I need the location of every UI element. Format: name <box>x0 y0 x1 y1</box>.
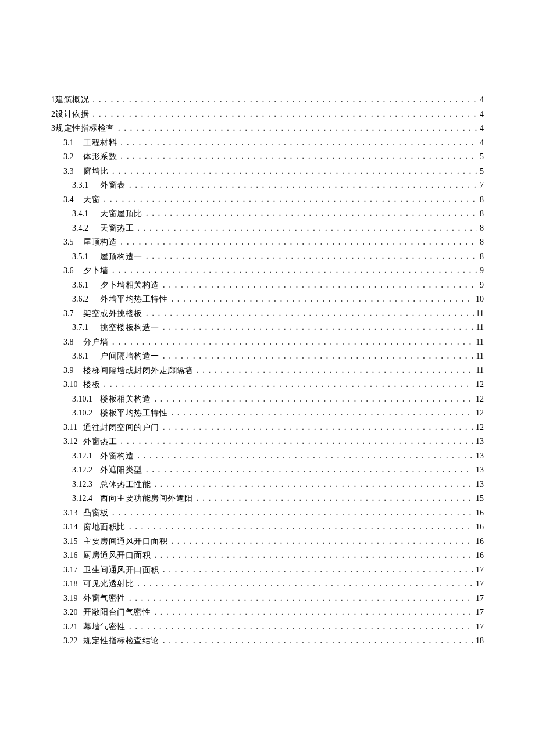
toc-page: 17 <box>476 580 484 588</box>
toc-number: 3.17 <box>63 566 83 574</box>
toc-page: 16 <box>476 551 484 560</box>
toc-title: 天窗 <box>83 196 100 204</box>
toc-leader-dots <box>162 281 478 289</box>
toc-entry[interactable]: 3.8.1户间隔墙构造一11 <box>51 352 484 367</box>
toc-number: 3.18 <box>63 580 83 588</box>
toc-entry[interactable]: 1 建筑概况4 <box>51 96 484 110</box>
toc-entry[interactable]: 3.11通往封闭空间的户门12 <box>51 424 484 438</box>
toc-number: 3.22 <box>63 637 83 645</box>
toc-entry[interactable]: 3.18可见光透射比17 <box>51 580 484 594</box>
toc-entry[interactable]: 3.14窗地面积比16 <box>51 523 484 538</box>
toc-entry[interactable]: 3.6夕卜墙9 <box>51 267 484 281</box>
toc-leader-dots <box>153 551 473 560</box>
toc-entry[interactable]: 3.12.1外窗构造13 <box>51 452 484 467</box>
toc-entry[interactable]: 3.3窗墙比5 <box>51 167 484 182</box>
toc-number: 3.12.3 <box>72 481 100 489</box>
toc-leader-dots <box>136 580 473 588</box>
toc-page: 11 <box>476 352 484 360</box>
toc-page: 12 <box>476 424 484 432</box>
toc-page: 16 <box>476 538 484 546</box>
toc-number: 3.4 <box>63 196 83 204</box>
toc-page: 8 <box>480 210 484 218</box>
toc-title: 外墙平均热工特性 <box>100 295 167 303</box>
toc-page: 12 <box>476 395 484 403</box>
toc-number: 3.10.2 <box>72 409 100 417</box>
toc-leader-dots <box>162 324 474 332</box>
toc-title: 外窗气密性 <box>83 594 126 603</box>
toc-entry[interactable]: 3.2体形系数5 <box>51 153 484 167</box>
toc-number: 3.2 <box>63 153 83 161</box>
toc-entry[interactable]: 3.16厨房通风开口面积16 <box>51 551 484 566</box>
toc-leader-dots <box>136 452 473 460</box>
toc-entry[interactable]: 3 规定性指标检查4 <box>51 124 484 139</box>
toc-title: 外窗表 <box>100 181 126 189</box>
toc-leader-dots <box>136 224 477 232</box>
toc-entry[interactable]: 3.17卫生间通风开口面积17 <box>51 566 484 581</box>
toc-entry[interactable]: 3.4天窗8 <box>51 196 484 210</box>
toc-page: 17 <box>476 594 484 603</box>
toc-entry[interactable]: 3.12外窗热工13 <box>51 438 484 452</box>
toc-entry[interactable]: 3.1工程材料4 <box>51 139 484 153</box>
toc-title: 楼梯间隔墙或封闭外走廊隔墙 <box>83 367 193 375</box>
toc-entry[interactable]: 3.15主要房间通风开口面积16 <box>51 538 484 552</box>
toc-number: 3.20 <box>63 608 83 617</box>
toc-entry[interactable]: 3.6.2外墙平均热工特性10 <box>51 295 484 310</box>
toc-entry[interactable]: 3.12.2外遮阳类型13 <box>51 466 484 481</box>
toc-title: 楼板相关构造 <box>100 395 151 403</box>
toc-entry[interactable]: 3.12.4西向主要功能房间外遮阳15 <box>51 495 484 509</box>
toc-entry[interactable]: 3.5.1屋顶构造一8 <box>51 253 484 267</box>
toc-title: 外窗构造 <box>100 452 134 460</box>
toc-leader-dots <box>145 466 474 474</box>
toc-entry[interactable]: 3.4.1天窗屋顶比8 <box>51 210 484 224</box>
toc-page: 17 <box>476 608 484 617</box>
toc-entry[interactable]: 3.13凸窗板16 <box>51 509 484 524</box>
toc-page: 17 <box>476 566 484 574</box>
toc-title: 体形系数 <box>83 153 117 161</box>
toc-entry[interactable]: 3.4.2天窗热工8 <box>51 224 484 239</box>
toc-page: 11 <box>476 324 484 332</box>
toc-entry[interactable]: 3.5屋顶构造8 <box>51 238 484 253</box>
toc-number: 3.4.1 <box>72 210 100 218</box>
toc-title: 天窗热工 <box>100 224 134 232</box>
toc-entry[interactable]: 3.3.1外窗表7 <box>51 181 484 196</box>
toc-title: 规定性指标检查结论 <box>83 637 159 645</box>
toc-leader-dots <box>128 523 474 531</box>
toc-entry[interactable]: 3.8分户墙11 <box>51 338 484 353</box>
toc-title: 主要房间通风开口面积 <box>83 538 167 546</box>
toc-number: 3.5 <box>63 238 83 246</box>
toc-leader-dots <box>102 196 477 204</box>
toc-entry[interactable]: 3.20开敞阳台门气密性17 <box>51 608 484 623</box>
toc-leader-dots <box>111 338 474 346</box>
toc-number: 3.9 <box>63 367 83 375</box>
toc-title: 分户墙 <box>83 338 109 346</box>
toc-entry[interactable]: 3.9楼梯间隔墙或封闭外走廊隔墙11 <box>51 367 484 381</box>
toc-leader-dots <box>111 509 474 517</box>
toc-entry[interactable]: 3.12.3总体热工性能13 <box>51 481 484 495</box>
toc-entry[interactable]: 3.19外窗气密性17 <box>51 594 484 609</box>
toc-title: 幕墙气密性 <box>83 623 126 631</box>
toc-number: 3.12.1 <box>72 452 100 460</box>
toc-title: 可见光透射比 <box>83 580 134 588</box>
toc-number: 3.5.1 <box>72 253 100 261</box>
toc-title: 窗地面积比 <box>83 523 126 531</box>
toc-number: 3.14 <box>63 523 83 531</box>
toc-entry[interactable]: 2 设计依据4 <box>51 110 484 125</box>
toc-entry[interactable]: 3.7.1挑空楼板构造一11 <box>51 324 484 338</box>
toc-leader-dots <box>128 594 474 603</box>
toc-entry[interactable]: 3.10楼板12 <box>51 381 484 395</box>
toc-title: 夕卜墙 <box>83 267 109 275</box>
toc-page: 13 <box>476 438 484 446</box>
toc-leader-dots <box>119 153 477 161</box>
toc-number: 3.13 <box>63 509 83 517</box>
table-of-contents: 1 建筑概况42 设计依据43 规定性指标检查43.1工程材料43.2体形系数5… <box>51 96 484 651</box>
toc-leader-dots <box>119 438 473 446</box>
toc-entry[interactable]: 3.21幕墙气密性17 <box>51 623 484 637</box>
toc-leader-dots <box>111 267 478 275</box>
toc-entry[interactable]: 3.10.2楼板平均热工特性12 <box>51 409 484 424</box>
toc-page: 13 <box>476 481 484 489</box>
toc-title: 外遮阳类型 <box>100 466 142 474</box>
toc-entry[interactable]: 3.7架空或外挑楼板11 <box>51 310 484 324</box>
toc-entry[interactable]: 3.22规定性指标检查结论18 <box>51 637 484 651</box>
toc-entry[interactable]: 3.6.1夕卜墙相关构造9 <box>51 281 484 296</box>
toc-entry[interactable]: 3.10.1楼板相关构造12 <box>51 395 484 410</box>
